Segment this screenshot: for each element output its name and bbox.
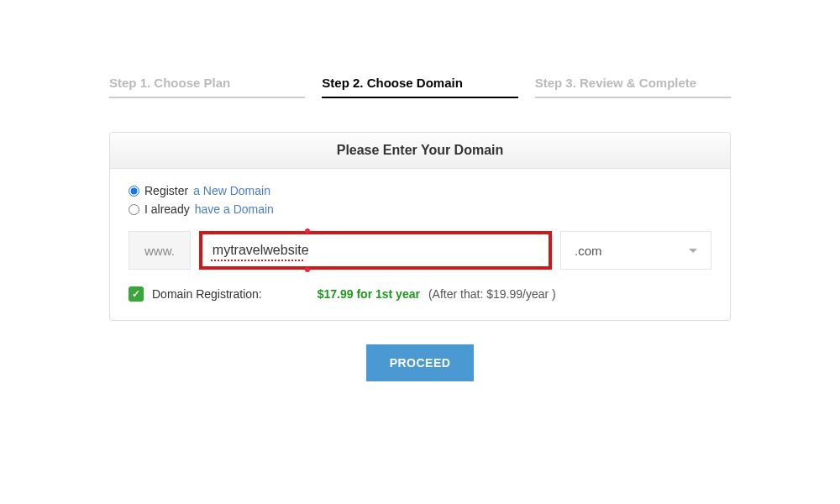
proceed-button[interactable]: PROCEED [366,344,475,381]
radio-register-new[interactable]: Register a New Domain [129,184,711,197]
radio-register-text: Register [144,184,188,197]
chevron-down-icon [689,249,697,253]
steps-nav: Step 1. Choose Plan Step 2. Choose Domai… [109,76,731,98]
radio-already-input[interactable] [129,204,139,215]
domain-panel: Please Enter Your Domain Register a New … [109,132,731,321]
radio-already-text: I already [144,202,190,216]
registration-label: Domain Registration: [152,287,262,301]
proceed-wrap: PROCEED [109,344,731,381]
radio-register-input[interactable] [129,186,139,197]
tld-dropdown[interactable]: .com [560,231,711,270]
tld-value: .com [575,244,602,258]
panel-title: Please Enter Your Domain [110,133,730,169]
www-prefix: www. [129,231,191,270]
radio-register-link: a New Domain [193,184,270,197]
domain-input-row: www. .com [129,231,711,270]
domain-input-wrap [199,231,552,270]
radio-already-have[interactable]: I already have a Domain [129,202,711,216]
step-1[interactable]: Step 1. Choose Plan [109,76,305,98]
check-icon: ✓ [129,286,144,302]
registration-price: $17.99 for 1st year [318,287,420,301]
panel-body: Register a New Domain I already have a D… [110,169,730,320]
radio-already-link: have a Domain [195,202,274,216]
registration-after: (After that: $19.99/year ) [428,287,556,301]
registration-row: ✓ Domain Registration: $17.99 for 1st ye… [129,286,711,302]
step-2[interactable]: Step 2. Choose Domain [322,76,517,98]
domain-input[interactable] [199,231,552,270]
step-3[interactable]: Step 3. Review & Complete [535,76,731,98]
